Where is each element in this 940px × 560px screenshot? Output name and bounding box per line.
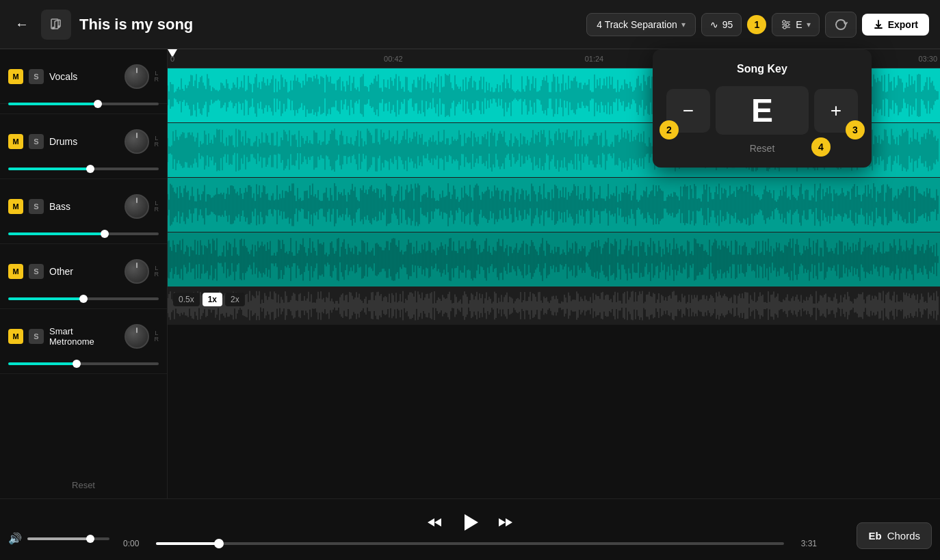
key-value: E <box>796 19 802 30</box>
svg-marker-16 <box>506 518 512 526</box>
speed-0.5x-button[interactable]: 0.5x <box>173 293 200 306</box>
other-slider[interactable] <box>8 297 159 300</box>
export-button[interactable]: Export <box>862 14 929 36</box>
metro-mute-button[interactable]: M <box>8 329 23 344</box>
loop-button[interactable] <box>825 12 857 38</box>
header: ← This is my song 4 Track Separation ▾ ∿… <box>0 0 940 49</box>
export-icon <box>873 19 884 30</box>
rewind-button[interactable] <box>426 514 443 531</box>
svg-point-10 <box>786 23 789 26</box>
svg-marker-15 <box>499 518 506 526</box>
timeline-marker-124: 01:24 <box>585 55 604 63</box>
key-dec-icon: − <box>683 100 694 122</box>
badge-3: 3 <box>846 120 865 139</box>
song-title: This is my song <box>79 16 578 34</box>
speed-1x-button[interactable]: 1x <box>203 293 222 306</box>
export-label: Export <box>888 19 918 30</box>
other-waveform-canvas <box>168 232 940 286</box>
waveform-bass[interactable] <box>168 178 940 232</box>
key-increment-button[interactable]: + 3 <box>814 89 858 133</box>
bass-slider[interactable] <box>8 232 159 235</box>
loop-icon <box>834 18 848 31</box>
volume-slider[interactable] <box>27 537 109 540</box>
speed-2x-button[interactable]: 2x <box>225 293 245 306</box>
progress-thumb <box>214 539 224 548</box>
progress-fill <box>156 542 219 545</box>
waveform-other[interactable] <box>168 232 940 287</box>
other-solo-button[interactable]: S <box>29 264 44 279</box>
track-sep-chevron-icon: ▾ <box>681 20 686 29</box>
badge-1[interactable]: 1 <box>747 15 766 34</box>
vocals-slider[interactable] <box>8 103 159 105</box>
back-button[interactable]: ← <box>11 14 33 36</box>
header-controls: 4 Track Separation ▾ ∿ 95 1 E ▾ <box>586 12 929 38</box>
timeline-marker-0: 0 <box>170 55 174 63</box>
chords-button[interactable]: Eb Chords <box>857 522 932 549</box>
total-time: 3:31 <box>789 539 817 548</box>
forward-button[interactable] <box>497 514 514 531</box>
track-separation-button[interactable]: 4 Track Separation ▾ <box>586 13 696 36</box>
svg-marker-13 <box>434 518 441 526</box>
other-mute-button[interactable]: M <box>8 264 23 279</box>
svg-line-5 <box>55 20 60 21</box>
bpm-button[interactable]: ∿ 95 <box>701 13 742 36</box>
rewind-icon <box>426 514 443 531</box>
vocals-lr-label2: R <box>155 77 159 83</box>
key-controls: − 2 E + 3 <box>666 86 858 135</box>
bottom-bar: 0:00 3:31 🔊 Eb Chords <box>0 498 940 560</box>
bass-solo-button[interactable]: S <box>29 199 44 214</box>
metro-lr-label2: R <box>155 336 159 343</box>
bpm-wave-icon: ∿ <box>710 19 718 30</box>
play-button[interactable] <box>459 511 481 533</box>
sidebar: M S Vocals L R M S Drums L R <box>0 49 168 498</box>
key-chevron-icon: ▾ <box>807 20 811 29</box>
metro-solo-button[interactable]: S <box>29 329 44 344</box>
metro-volume-knob[interactable] <box>125 324 149 349</box>
waveform-metro[interactable]: 0.5x 1x 2x <box>168 287 940 325</box>
equalizer-icon <box>781 19 792 30</box>
drums-volume-knob[interactable] <box>125 129 149 154</box>
svg-marker-12 <box>428 518 434 526</box>
drums-slider[interactable] <box>8 168 159 170</box>
bass-mute-button[interactable]: M <box>8 199 23 214</box>
svg-marker-14 <box>465 514 478 531</box>
bass-volume-knob[interactable] <box>125 194 149 219</box>
volume-icon: 🔊 <box>8 532 22 545</box>
progress-row: 0:00 3:31 <box>0 539 940 548</box>
key-inc-icon: + <box>831 100 841 122</box>
vocals-volume-knob[interactable] <box>125 64 149 89</box>
timeline-marker-42: 00:42 <box>384 55 403 63</box>
forward-icon <box>497 514 514 531</box>
popup-title: Song Key <box>666 63 858 75</box>
key-display-value: E <box>716 86 809 135</box>
svg-point-9 <box>783 21 785 23</box>
vocals-solo-button[interactable]: S <box>29 69 44 84</box>
other-volume-knob[interactable] <box>125 259 149 284</box>
play-icon <box>459 511 481 533</box>
song-icon <box>41 10 71 40</box>
vocals-mute-button[interactable]: M <box>8 69 23 84</box>
key-reset-button[interactable]: Reset 4 <box>666 143 858 154</box>
svg-point-11 <box>783 26 786 29</box>
current-time: 0:00 <box>123 539 151 548</box>
other-track-name: Other <box>49 266 119 277</box>
drums-lr-label2: R <box>155 142 159 148</box>
key-button[interactable]: E ▾ <box>772 13 819 36</box>
badge-2: 2 <box>660 120 679 139</box>
volume-row: 🔊 <box>8 532 109 545</box>
sidebar-reset-button[interactable]: Reset <box>0 472 167 498</box>
drums-mute-button[interactable]: M <box>8 134 23 149</box>
song-key-popup: Song Key − 2 E + 3 Reset 4 <box>653 49 872 168</box>
metro-track-name: Smart Metronome <box>49 326 119 347</box>
progress-bar[interactable] <box>156 542 784 545</box>
drums-track-name: Drums <box>49 136 119 147</box>
metro-slider[interactable] <box>8 362 159 365</box>
drums-solo-button[interactable]: S <box>29 134 44 149</box>
chords-key: Eb <box>868 530 881 542</box>
track-sep-label: 4 Track Separation <box>597 19 677 30</box>
bpm-value: 95 <box>722 19 733 30</box>
chords-label: Chords <box>887 530 920 542</box>
bass-lr-label2: R <box>155 206 159 213</box>
key-decrement-button[interactable]: − 2 <box>666 89 710 133</box>
bass-track-name: Bass <box>49 201 119 212</box>
